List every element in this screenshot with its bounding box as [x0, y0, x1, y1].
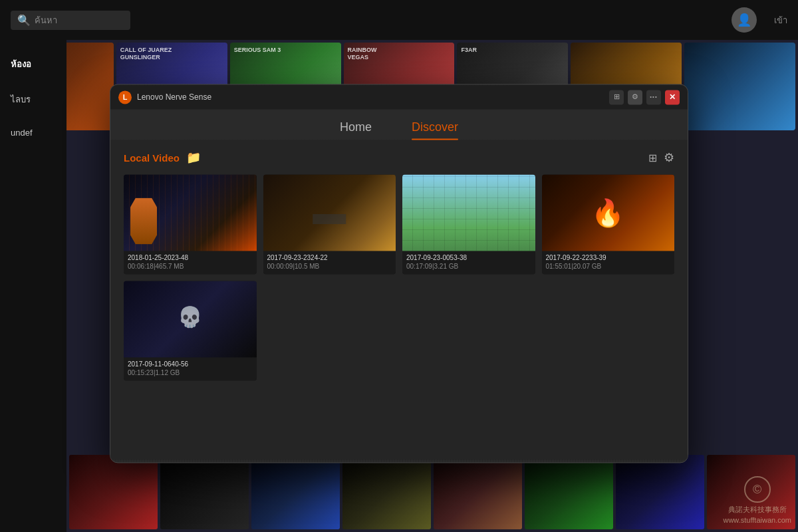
section-header: Local Video 📁 ⊞ ⚙	[124, 150, 674, 165]
video-meta-1: 00:06:18|465.7 MB	[128, 263, 253, 270]
bg-login-label: เข้า	[774, 13, 787, 27]
video-meta-2: 00:00:09|10.5 MB	[267, 263, 392, 270]
bg-sidebar-item-1[interactable]: ห้องอ	[7, 53, 60, 75]
video-thumb-1	[124, 174, 257, 251]
video-filename-1: 2018-01-25-2023-48	[128, 254, 253, 261]
bg-sidebar-item-3[interactable]: undef	[7, 124, 60, 142]
watermark-line2: www.stufftaiwan.com	[723, 515, 791, 525]
bg-cover-b7	[616, 455, 704, 529]
video-card-3[interactable]: 2017-09-23-0053-38 00:17:09|3.21 GB	[402, 174, 535, 274]
bg-game-covers-bottom	[66, 452, 798, 532]
monitor-button[interactable]: ⊞	[609, 90, 624, 104]
settings-button[interactable]: ⚙	[628, 90, 642, 104]
app-title: Lenovo Nerve Sense	[137, 92, 211, 102]
title-bar: L Lenovo Nerve Sense ⊞ ⚙ ••• ✕	[110, 84, 688, 110]
video-info-5: 2017-09-11-0640-56 00:15:23|1.12 GB	[124, 357, 257, 380]
video-filename-3: 2017-09-23-0053-38	[406, 254, 531, 261]
video-info-2: 2017-09-23-2324-22 00:00:09|10.5 MB	[263, 251, 396, 274]
video-card-4[interactable]: 2017-09-22-2233-39 01:55:01|20.07 GB	[542, 174, 675, 274]
app-logo: L	[118, 90, 132, 104]
nav-tabs: Home Discover	[110, 110, 688, 140]
video-card-5[interactable]: 2017-09-11-0640-56 00:15:23|1.12 GB	[124, 281, 257, 380]
bg-sidebar: ห้องอ ไลบร undef	[0, 40, 66, 532]
grid-view-icon[interactable]: ⊞	[648, 152, 657, 164]
video-meta-3: 00:17:09|3.21 GB	[406, 263, 531, 270]
bg-sidebar-item-2[interactable]: ไลบร	[7, 88, 60, 110]
video-info-3: 2017-09-23-0053-38 00:17:09|3.21 GB	[402, 251, 535, 274]
watermark-icon: ©	[744, 476, 771, 503]
bg-cover-b4	[342, 455, 431, 529]
section-controls: ⊞ ⚙	[648, 150, 674, 165]
video-filename-4: 2017-09-22-2233-39	[546, 254, 671, 261]
video-card-2[interactable]: 2017-09-23-2324-22 00:00:09|10.5 MB	[263, 174, 396, 274]
bg-cover-b6	[525, 455, 613, 529]
video-filename-5: 2017-09-11-0640-56	[128, 360, 253, 368]
folder-icon[interactable]: 📁	[186, 150, 201, 165]
video-meta-5: 00:15:23|1.12 GB	[128, 369, 253, 376]
bg-cover-b5	[434, 455, 522, 529]
video-grid-row1: 2018-01-25-2023-48 00:06:18|465.7 MB 201…	[124, 174, 674, 274]
bg-cover-b3	[251, 455, 340, 529]
video-filename-2: 2017-09-23-2324-22	[267, 254, 392, 261]
video-thumb-3	[402, 174, 535, 251]
video-info-1: 2018-01-25-2023-48 00:06:18|465.7 MB	[124, 251, 257, 274]
tab-home[interactable]: Home	[340, 120, 372, 140]
more-button[interactable]: •••	[646, 90, 661, 104]
tab-discover[interactable]: Discover	[412, 120, 458, 140]
video-thumb-2	[263, 174, 396, 251]
bg-cover-b2	[160, 455, 249, 529]
title-bar-controls: ⊞ ⚙ ••• ✕	[609, 90, 680, 104]
bg-cover-7	[684, 43, 795, 130]
video-card-1[interactable]: 2018-01-25-2023-48 00:06:18|465.7 MB	[124, 174, 257, 274]
watermark-line1: 典諾夫科技事務所	[723, 505, 791, 515]
section-settings-icon[interactable]: ⚙	[664, 150, 674, 165]
bg-cover-b1	[69, 455, 158, 529]
close-button[interactable]: ✕	[665, 90, 680, 104]
main-window: L Lenovo Nerve Sense ⊞ ⚙ ••• ✕ Home Disc…	[110, 84, 688, 463]
bg-search-icon: 🔍	[17, 14, 31, 27]
video-grid-row2: 2017-09-11-0640-56 00:15:23|1.12 GB	[124, 281, 674, 380]
video-thumb-4	[542, 174, 675, 251]
video-meta-4: 01:55:01|20.07 GB	[546, 263, 671, 270]
section-title: Local Video	[124, 152, 180, 164]
bg-search[interactable]: 🔍 ค้นหา	[11, 11, 130, 30]
bg-user-avatar[interactable]: 👤	[732, 7, 757, 33]
watermark: © 典諾夫科技事務所 www.stufftaiwan.com	[723, 476, 791, 525]
thumb-character	[130, 198, 157, 244]
bg-top-bar: 🔍 ค้นหา 👤 เข้า	[0, 0, 798, 40]
video-thumb-5	[124, 281, 257, 357]
content-area: Local Video 📁 ⊞ ⚙ 2018-01-25-2023-48 00:…	[110, 140, 688, 459]
video-info-4: 2017-09-22-2233-39 01:55:01|20.07 GB	[542, 251, 675, 274]
bg-search-text: ค้นหา	[35, 13, 57, 27]
